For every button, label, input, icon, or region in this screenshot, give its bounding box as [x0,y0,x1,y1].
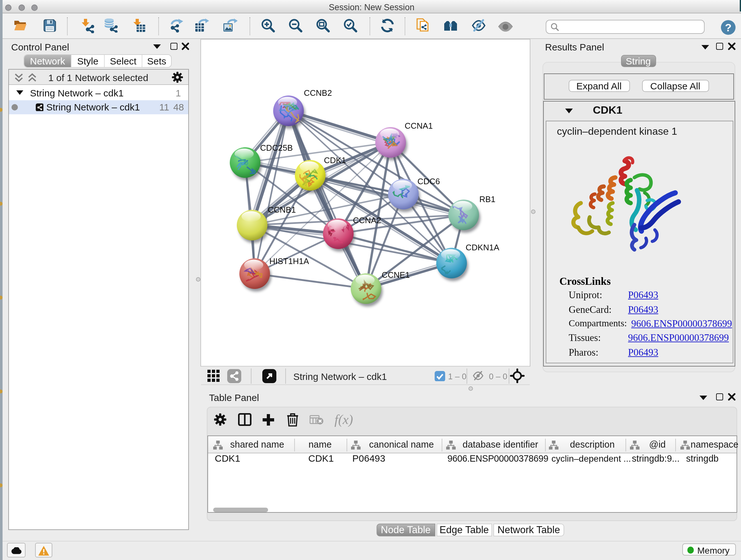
svg-text:CCNA1: CCNA1 [405,121,433,130]
svg-text:CCNE1: CCNE1 [382,270,410,279]
svg-text:CDC6: CDC6 [417,176,440,186]
svg-text:CCNA2: CCNA2 [353,215,381,225]
svg-text:CCNB1: CCNB1 [268,205,296,214]
svg-text:?: ? [725,21,731,34]
svg-text:CCNB2: CCNB2 [304,88,332,98]
svg-text:CDC25B: CDC25B [260,143,293,152]
svg-text:CDK1: CDK1 [324,155,346,165]
svg-text:CDKN1A: CDKN1A [466,242,499,252]
svg-text:RB1: RB1 [479,194,495,204]
svg-text:HIST1H1A: HIST1H1A [269,256,309,266]
